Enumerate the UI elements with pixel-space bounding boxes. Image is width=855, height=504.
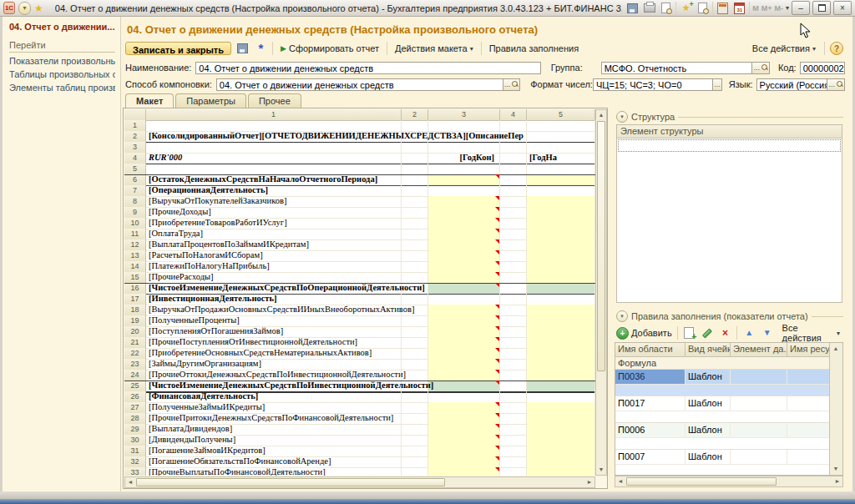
grid-column-header[interactable]: 3 bbox=[428, 109, 500, 121]
grid-cell[interactable] bbox=[527, 337, 595, 349]
rules-cell[interactable]: П0036 bbox=[615, 370, 686, 384]
ellipsis-icon[interactable]: ... bbox=[828, 81, 835, 88]
grid-cell[interactable]: [ПрочиеПритокиДенежныхСредствПоФинансово… bbox=[146, 413, 402, 425]
grid-cell[interactable] bbox=[402, 467, 428, 476]
rules-cell[interactable]: Шаблон bbox=[686, 396, 731, 411]
fill-rules-button[interactable]: Правила заполнения bbox=[486, 42, 583, 55]
grid-cell[interactable] bbox=[402, 413, 428, 425]
grid-cell[interactable] bbox=[500, 218, 527, 229]
grid-cell[interactable] bbox=[500, 239, 527, 251]
grid-cell[interactable] bbox=[402, 164, 428, 175]
grid-cell[interactable] bbox=[428, 315, 500, 327]
grid-cell[interactable] bbox=[402, 359, 428, 370]
rules-cell[interactable] bbox=[787, 423, 830, 437]
grid-cell[interactable] bbox=[527, 315, 595, 327]
grid-cell[interactable] bbox=[500, 446, 527, 457]
row-number[interactable]: 33 bbox=[124, 467, 146, 476]
grid-cell[interactable]: [ВыплатаДивидендов] bbox=[146, 424, 402, 436]
grid-cell[interactable] bbox=[500, 294, 527, 305]
row-number[interactable]: 14 bbox=[124, 261, 146, 273]
minimize-button[interactable]: – bbox=[792, 1, 810, 15]
grid-cell[interactable] bbox=[500, 456, 527, 468]
grid-cell[interactable] bbox=[402, 153, 428, 164]
save-and-close-button[interactable]: Записать и закрыть bbox=[125, 42, 231, 55]
grid-cell[interactable] bbox=[500, 153, 527, 164]
grid-cell[interactable] bbox=[402, 294, 428, 305]
grid-cell[interactable] bbox=[527, 196, 595, 208]
row-number[interactable]: 13 bbox=[124, 250, 146, 262]
scroll-up-icon[interactable]: ▲ bbox=[596, 110, 606, 120]
grid-cell[interactable] bbox=[500, 229, 527, 240]
grid-cell[interactable] bbox=[500, 305, 527, 316]
grid-cell[interactable] bbox=[428, 348, 500, 360]
grid-cell[interactable] bbox=[527, 142, 595, 154]
structure-selected-row[interactable] bbox=[618, 139, 841, 152]
grid-cell[interactable] bbox=[428, 283, 500, 295]
grid-cell[interactable] bbox=[428, 337, 500, 349]
scrollbar-thumb[interactable] bbox=[597, 121, 605, 371]
grid-cell[interactable] bbox=[402, 272, 428, 284]
row-number[interactable]: 7 bbox=[124, 185, 146, 197]
grid-cell[interactable] bbox=[527, 446, 595, 457]
row-number[interactable]: 3 bbox=[124, 142, 146, 154]
grid-cell[interactable]: [ДивидендыПолучены] bbox=[146, 435, 402, 446]
grid-cell[interactable] bbox=[402, 435, 428, 446]
grid-horizontal-scrollbar[interactable]: ◄ ► bbox=[124, 476, 595, 488]
grid-cell[interactable] bbox=[527, 250, 595, 262]
favorites-icon[interactable]: ★ bbox=[34, 3, 43, 13]
grid-cell[interactable] bbox=[428, 185, 500, 197]
grid-cell[interactable]: [ЗаймыДругимОрганизациям] bbox=[146, 359, 402, 370]
calendar-icon[interactable]: 31 bbox=[732, 3, 746, 14]
grid-cell[interactable] bbox=[527, 272, 595, 284]
grid-cell[interactable] bbox=[500, 120, 527, 132]
ellipsis-icon[interactable]: ... bbox=[504, 81, 511, 88]
structure-list[interactable]: Элемент структуры bbox=[616, 124, 842, 303]
rules-table[interactable]: Имя областиВид ячейкиЭлемент да...Имя ре… bbox=[615, 342, 843, 476]
layout-actions-button[interactable]: Действия макета ▾ bbox=[392, 42, 477, 55]
grid-cell[interactable] bbox=[527, 185, 595, 197]
grid-cell[interactable] bbox=[500, 272, 527, 284]
row-number[interactable]: 30 bbox=[124, 435, 146, 446]
grid-cell[interactable] bbox=[402, 315, 428, 327]
grid-cell[interactable]: [ФинансоваяДеятельность] bbox=[146, 391, 402, 403]
row-number[interactable]: 11 bbox=[124, 229, 146, 240]
restore-button[interactable] bbox=[812, 1, 831, 15]
grid-cell[interactable] bbox=[527, 120, 595, 132]
grid-cell[interactable]: [ПрочиеВыплатыПоФинансовойДеятельности] bbox=[146, 467, 402, 476]
scroll-left-icon[interactable]: ◄ bbox=[125, 477, 135, 487]
grid-cell[interactable] bbox=[402, 348, 428, 360]
grid-cell[interactable]: [ПлатежиПоНалогуНаПрибыль] bbox=[146, 261, 402, 273]
grid-cell[interactable] bbox=[428, 435, 500, 446]
grid-cell[interactable] bbox=[500, 370, 527, 381]
grid-cell[interactable]: [КонсолидированныйОтчет][ОТЧЕТОДВИЖЕНИИД… bbox=[146, 131, 402, 143]
grid-cell[interactable] bbox=[428, 229, 500, 240]
grid-cell[interactable] bbox=[527, 435, 595, 446]
grid-cell[interactable] bbox=[402, 446, 428, 457]
row-number[interactable]: 26 bbox=[124, 391, 146, 403]
grid-cell[interactable] bbox=[500, 326, 527, 338]
grid-cell[interactable] bbox=[428, 272, 500, 284]
row-number[interactable]: 18 bbox=[124, 305, 146, 316]
grid-cell[interactable] bbox=[402, 239, 428, 251]
row-number[interactable]: 16 bbox=[124, 283, 146, 295]
grid-cell[interactable] bbox=[402, 218, 428, 229]
row-number[interactable]: 2 bbox=[124, 131, 146, 143]
format-select-buttons[interactable]: ... bbox=[713, 78, 722, 91]
grid-cell[interactable] bbox=[402, 250, 428, 262]
grid-cell[interactable] bbox=[500, 348, 527, 360]
copy-button[interactable] bbox=[683, 327, 696, 339]
code-input[interactable]: 000000022 bbox=[800, 62, 845, 74]
grid-cell[interactable] bbox=[527, 174, 595, 186]
magnifier-icon[interactable] bbox=[837, 81, 843, 88]
grid-cell[interactable] bbox=[500, 413, 527, 425]
rules-column-header[interactable]: Вид ячейки bbox=[686, 343, 731, 357]
row-number[interactable]: 8 bbox=[124, 196, 146, 208]
grid-cell[interactable] bbox=[402, 207, 428, 219]
grid-cell[interactable] bbox=[402, 391, 428, 403]
save-icon[interactable] bbox=[235, 43, 250, 54]
group-select-buttons[interactable]: ... bbox=[752, 62, 770, 74]
tab-Прочее[interactable]: Прочее bbox=[248, 93, 301, 108]
grid-cell[interactable] bbox=[428, 446, 500, 457]
grid-cell[interactable] bbox=[527, 424, 595, 436]
ellipsis-icon[interactable]: ... bbox=[753, 64, 760, 71]
